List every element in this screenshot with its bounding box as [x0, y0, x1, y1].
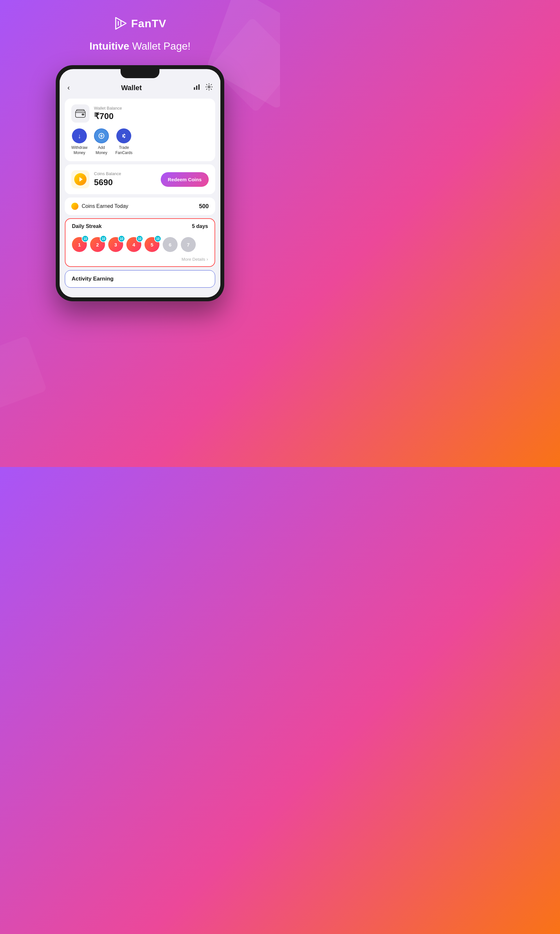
more-details-row: More Details › [65, 254, 215, 266]
nav-bar: ‹ Wallet [60, 78, 220, 96]
wallet-balance-info: Wallet Balance ₹700 [94, 106, 122, 121]
streak-day-5-badge: 10 [154, 235, 162, 242]
streak-day-4: 10 4 [126, 237, 141, 252]
streak-day-3: 10 3 [108, 237, 123, 252]
streak-day-4-badge: 10 [136, 235, 143, 242]
page-title: Wallet [121, 84, 142, 92]
activity-earning-label: Activity Earning [72, 276, 114, 282]
app-header: FanTV Intuitive Wallet Page! [89, 0, 191, 65]
streak-header: Daily Streak 5 days [65, 219, 215, 234]
add-money-label: AddMoney [95, 145, 107, 155]
coins-earned-left: Coins Earned Today [71, 203, 128, 210]
coins-earned-card: Coins Earned Today 500 [65, 197, 215, 215]
svg-point-6 [208, 86, 210, 88]
streak-days-value: 5 [192, 223, 195, 229]
more-details-arrow-icon[interactable]: › [206, 256, 208, 262]
coins-balance-card: Coins Balance 5690 Redeem Coins [65, 165, 215, 194]
streak-day-6: 6 [163, 237, 178, 252]
withdraw-icon-circle: ↓ [72, 128, 87, 143]
trade-fancards-label: TradeFanCards [115, 145, 132, 155]
chart-icon[interactable] [193, 83, 200, 92]
coins-icon-box [71, 170, 89, 188]
svg-rect-3 [194, 87, 195, 90]
coins-icon [74, 173, 86, 185]
streak-day-3-badge: 10 [118, 235, 125, 242]
screen-content: ‹ Wallet [60, 78, 220, 297]
tagline-rest: Wallet Page! [129, 40, 191, 52]
bg-decoration-3 [0, 336, 47, 411]
streak-days-label: days [196, 223, 208, 229]
streak-day-7: 7 [181, 237, 196, 252]
daily-streak-card: Daily Streak 5 days 10 1 [65, 218, 215, 267]
add-money-button[interactable]: AddMoney [94, 128, 109, 155]
phone-frame: ‹ Wallet [56, 65, 224, 301]
activity-earning-card: Activity Earning [65, 270, 215, 288]
phone-mockup: ‹ Wallet [56, 65, 224, 301]
withdraw-label: WithdrawMoney [71, 145, 88, 155]
add-money-icon-circle [94, 128, 109, 143]
streak-title: Daily Streak [72, 223, 102, 229]
svg-marker-12 [79, 177, 83, 182]
coins-info: Coins Balance 5690 [94, 171, 121, 188]
wallet-balance-row: Wallet Balance ₹700 [71, 105, 209, 123]
tagline-bold: Intuitive [89, 40, 129, 52]
svg-rect-8 [82, 114, 84, 116]
coins-card-inner: Coins Balance 5690 Redeem Coins [71, 170, 209, 188]
logo: FanTV [114, 16, 166, 31]
coins-balance-label: Coins Balance [94, 171, 121, 176]
streak-circles: 10 1 10 2 10 3 [65, 234, 215, 254]
small-coin-icon [71, 203, 78, 210]
withdraw-button[interactable]: ↓ WithdrawMoney [71, 128, 88, 155]
streak-day-6-circle: 6 [163, 237, 178, 252]
wallet-icon-box [71, 105, 89, 123]
svg-rect-5 [198, 84, 200, 90]
wallet-balance-card: Wallet Balance ₹700 ↓ WithdrawMoney [65, 99, 215, 161]
back-button[interactable]: ‹ [68, 84, 70, 92]
phone-notch [120, 69, 160, 78]
streak-day-1: 10 1 [72, 237, 87, 252]
tagline: Intuitive Wallet Page! [89, 40, 191, 52]
redeem-coins-button[interactable]: Redeem Coins [161, 172, 209, 187]
more-details-text: More Details [182, 257, 205, 262]
wallet-balance-amount: ₹700 [94, 111, 122, 121]
svg-rect-4 [196, 86, 197, 90]
wallet-balance-label: Wallet Balance [94, 106, 122, 111]
streak-day-7-circle: 7 [181, 237, 196, 252]
coins-balance-amount: 5690 [94, 177, 121, 188]
streak-day-1-badge: 10 [82, 235, 89, 242]
streak-days: 5 days [192, 223, 208, 229]
streak-day-5: 10 5 [145, 237, 160, 252]
streak-day-2-badge: 10 [100, 235, 107, 242]
streak-day-2: 10 2 [90, 237, 105, 252]
action-buttons: ↓ WithdrawMoney AddMoney [71, 128, 209, 155]
coins-earned-label: Coins Earned Today [82, 203, 128, 209]
nav-icons [193, 83, 212, 92]
settings-icon[interactable] [205, 83, 212, 92]
brand-name: FanTV [131, 17, 166, 30]
coins-earned-value: 500 [199, 203, 209, 210]
phone-screen: ‹ Wallet [60, 69, 220, 297]
coins-left: Coins Balance 5690 [71, 170, 121, 188]
trade-fancards-button[interactable]: TradeFanCards [115, 128, 132, 155]
fantv-logo-icon [114, 16, 128, 31]
trade-icon-circle [116, 128, 131, 143]
